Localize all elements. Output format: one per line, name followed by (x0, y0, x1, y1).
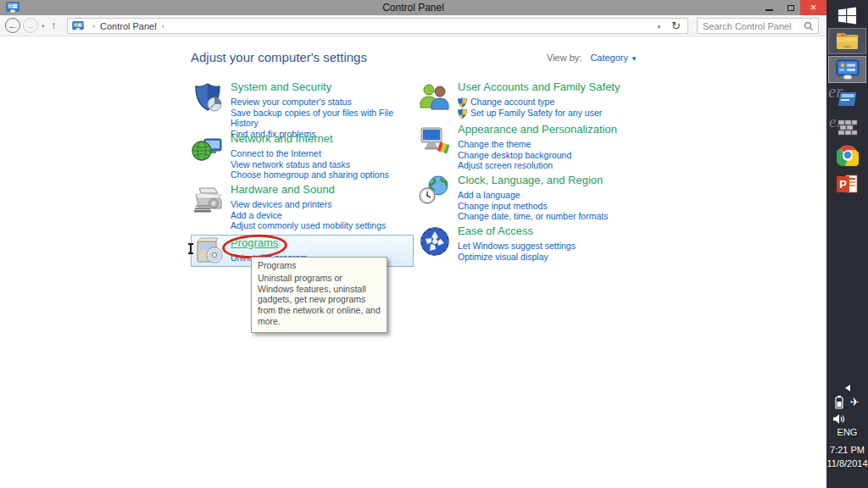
taskbar-control-panel-button[interactable] (828, 56, 866, 83)
link-change-date-time-formats[interactable]: Change date, time, or number formats (458, 211, 608, 222)
history-dropdown-button[interactable]: ▾ (42, 23, 45, 30)
up-button[interactable]: ↑ (51, 19, 57, 31)
text-cursor (190, 243, 192, 254)
link-system-and-security[interactable]: System and Security (231, 80, 414, 93)
clock-time[interactable]: 7:21 PM (826, 445, 868, 455)
back-icon: ← (8, 20, 18, 30)
view-by-dropdown[interactable]: Category (590, 53, 628, 63)
speaker-icon (832, 413, 845, 424)
programs-tooltip: Programs Uninstall programs or Windows f… (251, 257, 387, 333)
volume-button[interactable] (826, 413, 868, 428)
taskbar: er e. P ✈ ENG (826, 0, 868, 488)
link-adjust-screen-resolution[interactable]: Adjust screen resolution (458, 160, 617, 171)
breadcrumb-arrow-icon: › (87, 22, 100, 30)
chevron-down-icon[interactable]: ▼ (631, 55, 637, 63)
link-hardware-and-sound[interactable]: Hardware and Sound (231, 183, 386, 196)
navigation-bar: ← → ▾ ↑ › Control Panel › ▾ ↻ (0, 15, 826, 36)
category-clock-language-region: Clock, Language, and Region Add a langua… (418, 174, 648, 222)
restore-button[interactable] (780, 0, 802, 15)
taskbar-file-explorer-button[interactable] (828, 28, 866, 54)
back-button[interactable]: ← (5, 18, 20, 33)
taskbar-powerpoint-button[interactable]: P (828, 170, 866, 198)
category-appearance: Appearance and Personalization Change th… (418, 123, 648, 171)
tray-status-icons: ✈ (826, 394, 868, 409)
start-button[interactable] (828, 4, 866, 27)
tooltip-title: Programs (258, 260, 381, 271)
link-optimize-visual-display[interactable]: Optimize visual display (458, 252, 576, 263)
search-icon (804, 21, 814, 31)
view-by-label: View by: (547, 53, 581, 63)
chrome-icon (837, 144, 859, 166)
restore-icon (787, 5, 794, 11)
link-devices-printers[interactable]: View devices and printers (231, 199, 386, 210)
view-by-control: View by:Category ▼ (547, 53, 637, 63)
appearance-monitor-icon (418, 123, 452, 157)
bricks-app-icon (837, 118, 859, 138)
link-set-up-family-safety[interactable]: Set up Family Safety for any user (458, 108, 620, 119)
link-review-computer-status[interactable]: Review your computer's status (231, 97, 414, 108)
link-add-language[interactable]: Add a language (458, 190, 608, 201)
titlebar[interactable]: Control Panel × (0, 0, 826, 15)
link-connect-internet[interactable]: Connect to the Internet (231, 148, 389, 159)
category-network-and-internet: Network and Internet Connect to the Inte… (191, 132, 414, 180)
category-user-accounts: User Accounts and Family Safety Change a… (418, 80, 648, 119)
window-title: Control Panel (0, 2, 826, 14)
file-explorer-icon (836, 31, 859, 51)
refresh-button[interactable]: ↻ (671, 19, 681, 32)
windows-logo-icon (837, 6, 857, 25)
link-user-accounts-family-safety[interactable]: User Accounts and Family Safety (458, 80, 620, 93)
taskbar-app-button-blue-window[interactable] (828, 87, 866, 113)
search-input[interactable] (698, 19, 801, 33)
link-add-device[interactable]: Add a device (231, 210, 386, 221)
search-box[interactable] (697, 18, 819, 34)
category-hardware-and-sound: Hardware and Sound View devices and prin… (191, 183, 414, 231)
link-mobility-settings[interactable]: Adjust commonly used mobility settings (231, 220, 386, 231)
desktop-screen: Control Panel × ← → ▾ ↑ › Control Panel … (0, 0, 868, 488)
minimize-button[interactable] (758, 0, 780, 15)
page-title: Adjust your computer's settings (191, 50, 367, 64)
ease-of-access-icon (418, 225, 452, 258)
link-change-theme[interactable]: Change the theme (458, 139, 617, 150)
clock-date[interactable]: 11/8/2014 (826, 458, 868, 469)
network-globe-icon (191, 132, 225, 166)
svg-text:P: P (839, 178, 847, 191)
control-panel-icon (836, 59, 860, 80)
address-dropdown-button[interactable]: ▾ (657, 24, 660, 30)
forward-icon: → (26, 20, 36, 30)
powerpoint-icon: P (836, 174, 860, 196)
airplane-mode-icon[interactable]: ✈ (850, 396, 860, 408)
link-network-status[interactable]: View network status and tasks (231, 159, 389, 170)
breadcrumb[interactable]: Control Panel (100, 21, 157, 31)
close-button[interactable]: × (800, 0, 826, 15)
taskbar-chrome-button[interactable] (828, 142, 866, 168)
link-change-desktop-background[interactable]: Change desktop background (458, 150, 617, 161)
address-bar[interactable]: › Control Panel › ▾ ↻ (67, 18, 688, 34)
tooltip-body: Uninstall programs or Windows features, … (258, 273, 381, 327)
software-box-cd-icon (194, 236, 225, 265)
forward-button[interactable]: → (23, 18, 38, 33)
control-panel-window: Control Panel × ← → ▾ ↑ › Control Panel … (0, 0, 826, 488)
uac-shield-icon (458, 97, 467, 108)
link-windows-suggest-settings[interactable]: Let Windows suggest settings (458, 241, 576, 252)
link-change-input-methods[interactable]: Change input methods (458, 201, 608, 212)
minimize-icon (765, 9, 773, 11)
show-hidden-icons-button[interactable] (826, 380, 868, 395)
battery-icon[interactable] (835, 396, 843, 409)
uac-shield-icon (458, 108, 467, 119)
link-network-and-internet[interactable]: Network and Internet (231, 132, 389, 145)
link-clock-language-region[interactable]: Clock, Language, and Region (458, 174, 608, 186)
breadcrumb-arrow-icon[interactable]: › (157, 22, 170, 30)
taskbar-app-button-bricks[interactable] (828, 115, 866, 141)
category-ease-of-access: Ease of Access Let Windows suggest setti… (418, 225, 648, 262)
link-appearance-personalization[interactable]: Appearance and Personalization (458, 123, 617, 136)
link-file-history-backup[interactable]: Save backup copies of your files with Fi… (231, 108, 414, 129)
category-system-and-security: System and Security Review your computer… (191, 80, 414, 139)
link-change-account-type[interactable]: Change account type (458, 97, 620, 108)
link-ease-of-access[interactable]: Ease of Access (458, 225, 576, 237)
link-homegroup-sharing[interactable]: Choose homegroup and sharing options (231, 169, 389, 180)
printer-icon (191, 183, 225, 217)
language-indicator[interactable]: ENG (826, 427, 868, 437)
blue-window-app-icon (837, 90, 859, 110)
close-icon: × (810, 0, 816, 15)
breadcrumb-control-panel-icon (72, 21, 84, 30)
